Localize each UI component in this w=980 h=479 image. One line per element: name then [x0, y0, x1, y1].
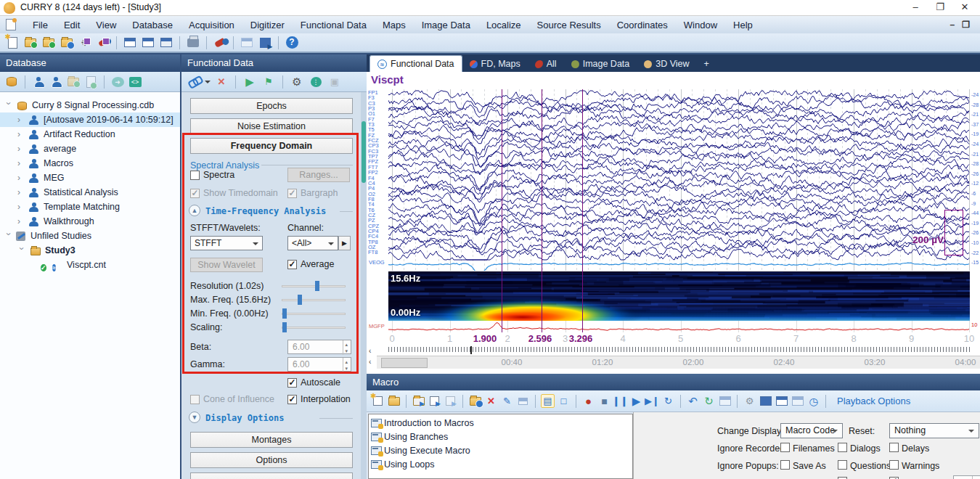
text-view-icon[interactable]: □ — [557, 394, 571, 408]
play-icon[interactable]: ▶ — [242, 75, 258, 89]
chevron-right-icon[interactable]: › — [17, 142, 26, 156]
cursor-line-3[interactable] — [582, 89, 583, 332]
menu-item[interactable]: Source Results — [529, 17, 609, 33]
camera-icon[interactable]: ▣ — [327, 75, 343, 89]
find-macro-icon[interactable] — [468, 394, 482, 408]
scroll-left-icon[interactable]: ‹ — [369, 347, 371, 355]
menu-item[interactable]: Window — [676, 17, 725, 33]
tick-strip[interactable] — [388, 347, 970, 355]
minimize-button[interactable]: – — [903, 0, 928, 16]
menu-item[interactable]: Localize — [478, 17, 529, 33]
chevron-right-icon[interactable]: › — [17, 214, 26, 229]
macro-list[interactable]: Introduction to Macros Using Branches Us… — [368, 414, 633, 479]
panel-grid-icon[interactable] — [791, 394, 804, 408]
menu-item[interactable]: Edit — [56, 17, 88, 33]
tab-all[interactable]: All — [528, 56, 564, 72]
panel-layout-list-icon[interactable] — [158, 36, 174, 50]
menu-item[interactable]: Digitizer — [242, 17, 293, 33]
mgfp-canvas[interactable] — [388, 321, 970, 332]
add-patient-data-icon[interactable] — [49, 75, 63, 89]
pause-icon[interactable]: ❙❙ — [613, 394, 627, 408]
dialogs-checkbox[interactable] — [838, 443, 847, 452]
sensor-grid-icon[interactable]: ⋮ — [308, 75, 324, 89]
open-files-icon[interactable] — [41, 36, 57, 50]
save-study-icon[interactable] — [95, 36, 111, 50]
macro-item-introduction[interactable]: Introduction to Macros — [371, 417, 474, 430]
renumber-spinner[interactable]: 60 — [953, 475, 980, 479]
menu-item[interactable]: Image Data — [414, 17, 478, 33]
panel-layout-left-icon[interactable] — [122, 36, 138, 50]
filenames-checkbox[interactable] — [780, 443, 790, 452]
menu-item[interactable]: Acquisition — [181, 17, 242, 33]
menu-item[interactable]: Database — [124, 17, 181, 33]
tab-fd-maps[interactable]: FD, Maps — [462, 56, 528, 72]
add-patient-icon[interactable] — [31, 75, 46, 89]
chevron-right-icon[interactable]: › — [17, 112, 26, 127]
help-icon[interactable]: ? — [284, 36, 300, 50]
run-macro-step-icon[interactable]: ▶ — [444, 394, 457, 408]
chevron-right-icon[interactable]: › — [17, 156, 26, 171]
time-scrollbar-thumb[interactable] — [381, 358, 428, 368]
menu-item[interactable]: View — [88, 17, 124, 33]
delete-macro-icon[interactable]: ✕ — [484, 394, 498, 408]
new-macro-folder-icon[interactable] — [387, 394, 401, 408]
tree-item-viscpt[interactable]: ✓ ≈ Viscpt.cnt — [0, 258, 180, 272]
curry-tool-icon[interactable] — [212, 36, 228, 50]
edit-macro-icon[interactable]: ✎ — [500, 394, 514, 408]
tree-item-artifact-reduction[interactable]: › Artifact Reduction — [0, 127, 180, 142]
undo-icon[interactable]: ↶ — [686, 394, 700, 408]
noise-estimation-button[interactable]: Noise Estimation — [190, 118, 353, 134]
list-view-icon[interactable]: ▤ — [541, 394, 555, 408]
open-file-icon[interactable] — [23, 36, 38, 50]
play-macro-icon[interactable]: ▶ — [629, 394, 643, 408]
delete-icon[interactable]: ✕ — [213, 75, 229, 89]
eeg-canvas[interactable] — [388, 89, 970, 271]
warnings-checkbox[interactable] — [889, 460, 899, 470]
playback-options-label[interactable]: Playback Options — [837, 396, 910, 406]
print-icon[interactable] — [185, 36, 201, 50]
close-button[interactable]: ✕ — [952, 0, 977, 16]
chevron-right-icon[interactable]: › — [17, 171, 26, 185]
menu-item[interactable]: File — [25, 17, 56, 33]
reset-select[interactable]: Nothing — [889, 423, 979, 438]
export-database-icon[interactable] — [4, 75, 19, 89]
cursor-line-1[interactable] — [502, 89, 502, 332]
tree-item-average[interactable]: › average — [0, 142, 180, 156]
tree-item-unfiled-studies[interactable]: › Unfiled Studies — [0, 229, 180, 243]
code-icon[interactable]: <> — [128, 75, 142, 89]
tree-item-walkthrough[interactable]: › Walkthrough — [0, 214, 180, 229]
panel-split-icon[interactable] — [775, 394, 788, 408]
add-folder-icon[interactable] — [66, 75, 81, 89]
clipped-button[interactable] — [190, 472, 353, 479]
child-minimize-button[interactable]: – — [950, 20, 955, 30]
macro-item-execute[interactable]: Using Execute Macro — [371, 444, 470, 457]
menu-item[interactable]: Functional Data — [293, 17, 375, 33]
sync-screen-icon[interactable] — [718, 394, 732, 408]
gear-icon[interactable]: ⚙ — [289, 75, 305, 89]
menu-item[interactable]: Maps — [375, 17, 414, 33]
time-scrollbar[interactable]: 00:4001:2002:0002:4003:2004:00 — [377, 356, 980, 369]
link-icon[interactable] — [186, 75, 202, 89]
run-macro-folder-icon[interactable]: ▶ — [412, 394, 425, 408]
montages-button[interactable]: Montages — [190, 432, 353, 448]
chevron-down-icon[interactable]: › — [1, 102, 16, 111]
new-file-icon[interactable] — [4, 36, 20, 50]
record-icon[interactable]: ● — [581, 394, 595, 408]
rename-macro-icon[interactable] — [516, 394, 530, 408]
macro-item-branches[interactable]: Using Branches — [371, 430, 448, 443]
spectrogram-canvas[interactable] — [388, 271, 970, 321]
tab-functional-data[interactable]: ≈ Functional Data — [369, 55, 462, 72]
functional-scrollbar[interactable] — [361, 92, 367, 479]
tree-item-database[interactable]: › Curry 8 Signal Processing.cdb — [0, 98, 180, 112]
forward-icon[interactable]: ➜ — [110, 75, 125, 89]
autoscale-checkbox[interactable] — [287, 378, 297, 388]
restore-button[interactable]: ❐ — [928, 0, 952, 16]
menu-item[interactable]: Coordinates — [609, 17, 676, 33]
tree-item-statistical-analysis[interactable]: › Statistical Analysis — [0, 185, 180, 200]
cone-of-influence-checkbox[interactable] — [190, 395, 200, 404]
chevron-down-icon[interactable]: › — [15, 247, 29, 256]
refresh-icon[interactable]: ↻ — [702, 394, 716, 408]
tools-icon[interactable]: ⚙ — [743, 394, 756, 408]
panel-blue-icon[interactable] — [759, 394, 772, 408]
child-restore-button[interactable]: ❐ — [962, 20, 970, 30]
